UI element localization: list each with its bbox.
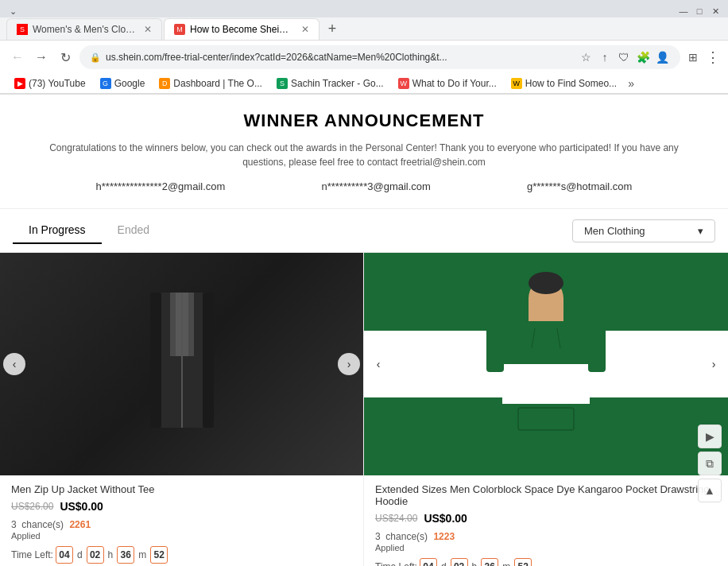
scroll-buttons: ▶ ⧉ ▲ bbox=[698, 424, 722, 502]
url-text: us.shein.com/free-trial-center/index?cat… bbox=[106, 52, 573, 63]
tab-title-free-trial: How to Become Shein Free Trial ... bbox=[190, 24, 293, 35]
svg-rect-4 bbox=[150, 293, 161, 428]
url-bar[interactable]: 🔒 us.shein.com/free-trial-center/index?c… bbox=[79, 45, 680, 69]
product-1-chances: 3 bbox=[11, 519, 17, 530]
product-2-price-free: US$0.00 bbox=[424, 512, 467, 525]
forward-button[interactable]: → bbox=[32, 48, 51, 67]
tab-in-progress[interactable]: In Progress bbox=[13, 217, 102, 244]
scroll-up-button[interactable]: ▲ bbox=[698, 479, 722, 502]
winner-description: Congratulations to the winners below, yo… bbox=[48, 141, 680, 169]
scroll-copy-button[interactable]: ⧉ bbox=[698, 452, 722, 475]
bookmark-howfind[interactable]: W How to Find Someo... bbox=[505, 76, 623, 91]
product-2-timer-row: Time Left: 04 d 02 h 36 m 52 bbox=[375, 558, 717, 566]
bookmarks-more-button[interactable]: » bbox=[628, 77, 634, 90]
product-2-next-arrow[interactable]: › bbox=[703, 353, 725, 375]
svg-point-17 bbox=[529, 272, 563, 294]
bookmark-youtube-label: (73) YouTube bbox=[29, 78, 86, 89]
product-2-timer-s: 52 bbox=[514, 558, 532, 566]
tab-close-free-trial[interactable]: ✕ bbox=[301, 24, 309, 35]
product-1-timer-row: Time Left: 04 d 02 h 36 m 52 bbox=[11, 546, 352, 564]
product-2-applied: Applied bbox=[375, 543, 405, 552]
product-1-prev-arrow[interactable]: ‹ bbox=[3, 353, 25, 375]
tabs-bar: S Women's & Men's Clothing, Sho... ✕ M H… bbox=[0, 17, 728, 40]
lock-icon: 🔒 bbox=[90, 52, 101, 63]
svg-rect-14 bbox=[588, 316, 606, 372]
share-button[interactable]: ↑ bbox=[597, 49, 613, 65]
product-2-timer-h-label: h bbox=[472, 561, 478, 566]
product-1-applied: Applied bbox=[11, 531, 41, 541]
url-icons: ☆ ↑ 🛡 🧩 👤 bbox=[578, 49, 670, 65]
profile-button[interactable]: 👤 bbox=[654, 49, 670, 65]
category-dropdown-label: Men Clothing bbox=[584, 225, 645, 237]
tab-title-shein: Women's & Men's Clothing, Sho... bbox=[33, 24, 136, 35]
tab-shein-free-trial[interactable]: M How to Become Shein Free Trial ... ✕ bbox=[164, 18, 319, 40]
product-1-image bbox=[0, 253, 363, 475]
product-1-chances-count: 2261 bbox=[69, 519, 91, 530]
product-2-chances-row: 3 chance(s) 1223 Applied bbox=[375, 531, 717, 553]
product-2-timer-m: 36 bbox=[481, 558, 498, 566]
winner-emails: h***************2@gmail.com n**********3… bbox=[48, 180, 680, 192]
product-1-image-container: ‹ › bbox=[0, 253, 363, 475]
title-bar: ⌄ — □ ✕ bbox=[0, 0, 728, 17]
product-1-timer-d: 04 bbox=[56, 546, 73, 564]
scroll-play-button[interactable]: ▶ bbox=[698, 424, 722, 448]
tablet-view-button[interactable]: ⊞ bbox=[685, 49, 701, 65]
maximize-button[interactable]: □ bbox=[693, 5, 706, 17]
winner-banner: WINNER ANNOUNCEMENT Congratulations to t… bbox=[0, 95, 728, 209]
category-dropdown[interactable]: Men Clothing ▾ bbox=[572, 219, 715, 242]
product-col-1: ‹ › Men Zip Up Jacket Without Tee US$26.… bbox=[0, 253, 364, 566]
product-2-price-original: US$24.00 bbox=[375, 513, 417, 524]
bookmark-sachin[interactable]: S Sachin Tracker - Go... bbox=[270, 76, 390, 91]
bookmark-howfind-label: How to Find Someo... bbox=[525, 78, 617, 89]
minimize-button[interactable]: — bbox=[677, 5, 690, 17]
product-2-image-container: ‹ › bbox=[364, 253, 728, 475]
sachin-favicon: S bbox=[277, 78, 288, 89]
hoodie-svg bbox=[482, 269, 610, 459]
bookmark-what-label: What to Do if Your... bbox=[412, 78, 497, 89]
product-2-chances: 3 bbox=[375, 531, 381, 542]
winner-email-2: n**********3@gmail.com bbox=[321, 180, 430, 192]
products-grid: ‹ › Men Zip Up Jacket Without Tee US$26.… bbox=[0, 253, 728, 566]
product-2-timer-h: 02 bbox=[451, 558, 468, 566]
svg-rect-12 bbox=[502, 404, 590, 436]
dashboard-favicon: D bbox=[159, 78, 170, 89]
product-1-price-free: US$0.00 bbox=[60, 500, 103, 513]
window-controls: — □ ✕ bbox=[677, 5, 722, 17]
new-tab-button[interactable]: + bbox=[321, 17, 343, 40]
what-favicon: W bbox=[398, 78, 409, 89]
tab-favicon-shein: S bbox=[17, 24, 28, 35]
chevron-down-icon: ▾ bbox=[698, 225, 703, 237]
product-1-next-arrow[interactable]: › bbox=[338, 353, 360, 375]
product-2-timer-d: 04 bbox=[420, 558, 437, 566]
tab-ended[interactable]: Ended bbox=[102, 217, 165, 244]
product-1-time-left-label: Time Left: bbox=[11, 549, 53, 560]
product-1-timer-s: 52 bbox=[150, 546, 168, 564]
back-button[interactable]: ← bbox=[8, 48, 27, 67]
product-2-timer-m-label: m bbox=[502, 561, 510, 566]
browser-chrome: ⌄ — □ ✕ S Women's & Men's Clothing, Sho.… bbox=[0, 0, 728, 95]
reload-button[interactable]: ↻ bbox=[56, 48, 75, 67]
close-button[interactable]: ✕ bbox=[709, 5, 722, 17]
extensions-button[interactable]: 🧩 bbox=[635, 49, 651, 65]
title-bar-left: ⌄ bbox=[6, 5, 19, 17]
product-1-price-row: US$26.00 US$0.00 bbox=[11, 500, 352, 513]
bookmark-youtube[interactable]: ▶ (73) YouTube bbox=[8, 76, 92, 91]
tab-close-shein[interactable]: ✕ bbox=[144, 24, 152, 35]
product-2-chances-count: 1223 bbox=[433, 531, 455, 542]
product-2-prev-arrow[interactable]: ‹ bbox=[367, 353, 389, 375]
bookmark-star-button[interactable]: ☆ bbox=[578, 49, 594, 65]
tab-shein[interactable]: S Women's & Men's Clothing, Sho... ✕ bbox=[6, 18, 162, 40]
chevron-icon[interactable]: ⌄ bbox=[6, 5, 19, 17]
bookmark-google[interactable]: G Google bbox=[94, 76, 152, 91]
browser-menu-button[interactable]: ⋮ bbox=[706, 48, 720, 66]
svg-rect-13 bbox=[486, 316, 504, 372]
product-2-info: Extended Sizes Men Colorblock Space Dye … bbox=[364, 475, 728, 566]
product-1-timer-h-label: h bbox=[108, 549, 114, 560]
bookmark-dashboard[interactable]: D Dashboard | The O... bbox=[153, 76, 269, 91]
bookmark-what[interactable]: W What to Do if Your... bbox=[392, 76, 503, 91]
tabs-filter-row: In Progress Ended Men Clothing ▾ bbox=[0, 209, 728, 253]
product-2-time-left-label: Time Left: bbox=[375, 561, 417, 566]
svg-rect-10 bbox=[502, 316, 590, 364]
tab-favicon-free-trial: M bbox=[174, 24, 185, 35]
product-tabs: In Progress Ended bbox=[13, 217, 165, 244]
